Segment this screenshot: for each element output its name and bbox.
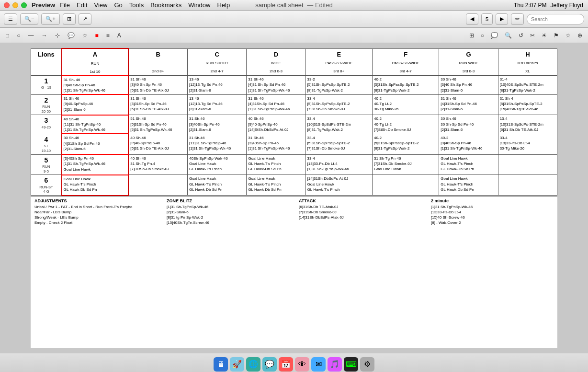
cell-5-F: 31 Sh-Tg Pn-46[7]31Sh-Db Smoke-0JGoal Li… [372, 154, 439, 175]
zoom-fit-button[interactable]: ⊞ [63, 13, 76, 25]
tool-rotate[interactable]: ↺ [517, 31, 525, 40]
tool-arrow[interactable]: → [40, 31, 49, 40]
cell-3-C: 31 Sh-46[3]40Sh-Sp Pn-46[2]31-Slam-6 [188, 115, 247, 134]
dock-finder[interactable]: 🖥 [214, 357, 228, 372]
menu-help[interactable]: Help [217, 1, 230, 9]
menu-tools[interactable]: Tools [129, 1, 144, 9]
tool-crop[interactable]: ✂ [528, 31, 537, 40]
main-toolbar: ☰ 🔍− 🔍+ ⊞ ↗ ◀ 5 ▶ ✏ [0, 11, 588, 28]
two-minute-col: 2 minute [1]31 Sh-TgPnSp-Wk-46 [13]33-Ps… [431, 198, 554, 226]
tool-shapes[interactable]: ○ [479, 31, 486, 40]
menu-view[interactable]: View [94, 1, 108, 9]
content-area: Lions A RUN 1st 10 B 2nd 8+ C RUN SHORT [0, 43, 588, 353]
zb-line-3: [15]40Sh-TgTe-Screw-46 [167, 220, 289, 225]
traffic-lights[interactable] [4, 2, 27, 8]
window-title: sample call sheet — Edited [255, 1, 333, 9]
cell-5-H [498, 154, 557, 175]
cell-4-G: 40-2[3]40Sh-Sp Pn-46[1]31 Sh-TgPnSp-Wk-4… [439, 134, 498, 154]
zb-line-2: [8]31 tg Pn Sp-Wak-2 [167, 215, 289, 220]
dock[interactable]: 🖥 🚀 🌐 💬 📅 👁 ✉ 🎵 ⌨ ⚙ [214, 354, 374, 372]
username: Jeffery Floyd [551, 2, 583, 9]
tool-select[interactable]: □ [4, 31, 11, 40]
cell-1-E: 33-2[5]31Sh-SpPsSp-SpTE-2[8]31-TgPsSp-Wa… [305, 76, 372, 95]
tool-more[interactable]: ⊕ [576, 31, 584, 40]
dock-terminal[interactable]: ⌨ [344, 357, 358, 372]
adjustments-title: ADJUSTMENTS [34, 198, 157, 203]
dock-launchpad[interactable]: 🚀 [230, 357, 244, 372]
edited-label: — Edited [307, 1, 333, 9]
tool-lines[interactable]: ≡ [104, 31, 112, 40]
dock-mail[interactable]: ✉ [311, 357, 326, 372]
menu-file[interactable]: File [60, 1, 70, 9]
maximize-button[interactable] [21, 2, 27, 8]
cell-1-H: 31-4[10]40S-SpSdPs-STE-2m[8]31-TgPsSp-Wa… [498, 76, 557, 95]
dock-itunes[interactable]: 🎵 [328, 357, 342, 372]
tool-line[interactable]: — [26, 31, 36, 40]
cell-5-A: [3]40Sh Sp Pn-46[1]31 Sh-TgPnSp-Wk-46Goa… [62, 154, 128, 175]
cell-4-F: 40-2[5]31Sh-SpPasSp-SpTE-2[8]31-TgPsSp-W… [372, 134, 439, 154]
cell-5-G: Goal Line HawkGL Hawk-T's PinchGL Hawk-D… [439, 154, 498, 175]
tool-extra[interactable]: ☆ [564, 31, 573, 40]
col-header-lions: Lions [31, 48, 62, 76]
nav-prev[interactable]: ◀ [466, 13, 478, 25]
tool-markup[interactable]: ⚑ [552, 31, 561, 40]
dock-safari[interactable]: 🌐 [246, 357, 260, 372]
tool-ellipse[interactable]: ○ [15, 31, 22, 40]
tool-zoom[interactable]: 🔍 [503, 31, 514, 40]
menu-window[interactable]: Window [188, 1, 210, 9]
attack-title: ATTACK [299, 198, 421, 203]
col-header-e: E PASS-ST-WIDE 3rd 8+ [305, 48, 372, 76]
dock-messages[interactable]: 💬 [262, 357, 277, 372]
col-header-g: G RUN WIDE 3rd 0-3 [439, 48, 498, 76]
cell-3-H: 13-4[10]31S-SpSdPs-STE-2m[6]31 Sh-Db TE-… [498, 115, 557, 134]
tool-color[interactable]: ■ [93, 31, 101, 40]
share-button[interactable]: ↗ [79, 13, 91, 25]
minimize-button[interactable] [12, 2, 18, 8]
row-label-cell: 4ST 19-10 [31, 134, 62, 154]
annotate-button[interactable]: ✏ [511, 13, 524, 25]
attack-col: ATTACK [6]31Sh-Db TE-Atak-0J [7]31Sh-Db … [299, 198, 421, 226]
cell-2-D: 31 Sh-46[4]31Sh-Sp Sd Pn-46[1]31 Sh-TgPn… [247, 94, 305, 115]
cell-6-H [498, 175, 557, 196]
tool-adjust[interactable]: ☀ [540, 31, 549, 40]
zoom-in-button[interactable]: 🔍+ [41, 13, 59, 25]
adj-line-0: Unbal / Pwr 1 - FAT - End in Short - Run… [34, 204, 157, 209]
tool-comment[interactable]: 💭 [489, 31, 500, 40]
cell-6-F [372, 175, 439, 196]
search-input[interactable] [527, 14, 584, 24]
zb-line-1: [2]31-Slam-6 [167, 209, 289, 215]
dock-calendar[interactable]: 📅 [279, 357, 293, 372]
adjustments-section: ADJUSTMENTS Unbal / Pwr 1 - FAT - End in… [31, 196, 557, 228]
cell-1-B: 31 Sh-46[3]40 Sh-Sp Pn-46[5]31 Sh-Db TE-… [128, 76, 187, 95]
menu-go[interactable]: Go [114, 1, 122, 9]
row-label-cell: 2RUN 20-50 [31, 94, 62, 115]
zone-blitz-title: ZONE BLITZ [167, 198, 289, 203]
zoom-out-button[interactable]: 🔍− [20, 13, 38, 25]
adj-line-2: Strong/Weak - LB's Bump [34, 215, 157, 220]
tool-grid[interactable]: ⊞ [467, 31, 476, 40]
app-name: Preview [32, 1, 55, 9]
cell-5-B: 40 Sh-4631 Sh-Tg Pn-4[7]31tSh-Db Smoke-0… [128, 154, 187, 175]
row-label-cell: 1G - 19 [31, 76, 62, 95]
dock-preview[interactable]: 👁 [295, 357, 309, 372]
table-row: 5RUN 9-5[3]40Sh Sp Pn-46[1]31 Sh-TgPnSp-… [31, 154, 557, 175]
col-a-letter: A [93, 51, 97, 58]
menu-edit[interactable]: Edit [77, 1, 87, 9]
nav-next[interactable]: ▶ [496, 13, 508, 25]
tool-speech[interactable]: 💬 [66, 31, 77, 40]
dock-extras[interactable]: ⚙ [360, 357, 374, 372]
tool-star[interactable]: ☆ [80, 31, 90, 40]
tm-line-0: [1]31 Sh-TgPnSp-Wk-46 [431, 204, 554, 209]
title-bar: Preview File Edit View Go Tools Bookmark… [0, 0, 588, 11]
adjustments-col: ADJUSTMENTS Unbal / Pwr 1 - FAT - End in… [34, 198, 157, 226]
tool-crosshair[interactable]: ⊹ [53, 31, 62, 40]
tool-text[interactable]: A [115, 31, 123, 40]
row-label-cell: 5RUN 9-5 [31, 154, 62, 175]
cell-3-G: 30 Sh-4630 Sh-Sp Sd Pn-46[2]31-Slam-6 [439, 115, 498, 134]
table-row: 6RUN-ST 4-GGoal Line HawkGL Hawk-T's Pin… [31, 175, 557, 196]
table-row: 349-2040 Sh-46[11]31 Sh-TgPnSp-46[1]31 S… [31, 115, 557, 134]
menu-bookmarks[interactable]: Bookmarks [150, 1, 181, 9]
sidebar-toggle[interactable]: ☰ [4, 13, 17, 25]
col-header-b: B 2nd 8+ [128, 48, 187, 76]
close-button[interactable] [4, 2, 10, 8]
